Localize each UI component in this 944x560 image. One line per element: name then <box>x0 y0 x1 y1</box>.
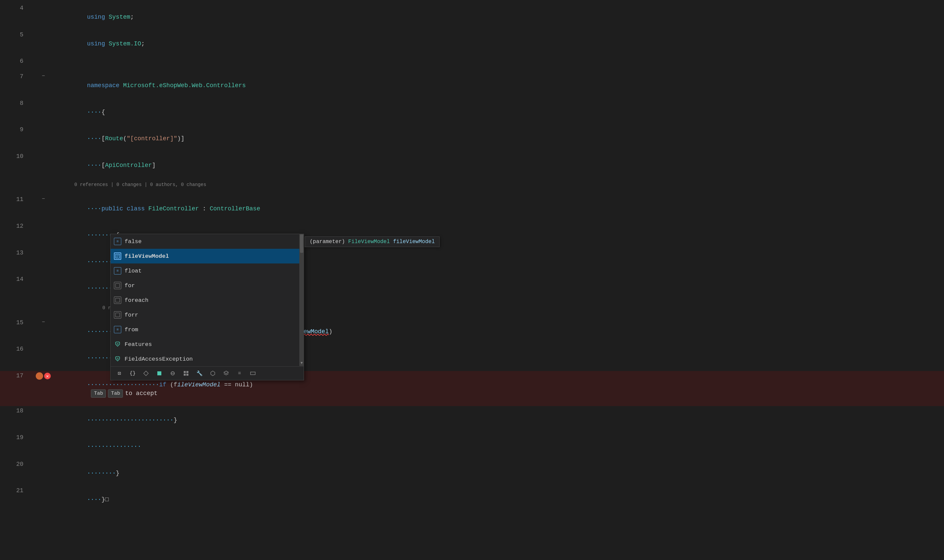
kw-namespace: namespace <box>87 82 119 89</box>
line-content-11: ····public class FileController : Contro… <box>57 195 944 222</box>
line-number-11: 11 <box>0 195 30 203</box>
item-label-for: for <box>125 283 135 289</box>
svg-rect-15 <box>186 374 188 376</box>
line-number-17: 17 <box>0 371 30 379</box>
line-number-6: 6 <box>0 57 30 65</box>
gutter-4 <box>30 3 57 5</box>
collapse-icon-7[interactable]: − <box>42 73 45 79</box>
toolbar-db-icon[interactable] <box>180 368 192 378</box>
indent-dots-9: ···· <box>87 135 101 142</box>
indent-dots-10: ···· <box>87 162 101 169</box>
class-controllerbase: ControllerBase <box>210 205 260 212</box>
toolbar-wrench-icon[interactable]: 🔧 <box>193 368 205 378</box>
svg-rect-13 <box>186 371 188 373</box>
using-system: System <box>109 14 130 20</box>
toolbar-cube-icon[interactable] <box>207 368 219 378</box>
line-number-4: 4 <box>0 3 30 11</box>
line-content-18: ························} <box>57 406 944 433</box>
line-number-15: 15 <box>0 318 30 326</box>
line-number-18: 18 <box>0 406 30 414</box>
autocomplete-item-features[interactable]: Features <box>111 337 303 352</box>
gutter-21 <box>30 486 57 487</box>
snippet-icon-for <box>114 282 121 289</box>
gutter-12 <box>30 222 57 223</box>
code-line-11: 11 − ····public class FileController : C… <box>0 195 944 222</box>
toolbar-braces-icon[interactable]: {} <box>126 368 139 378</box>
indent-dots-8: ···· <box>87 109 101 115</box>
autocomplete-item-float[interactable]: ≡ float <box>111 263 303 278</box>
item-label-features: Features <box>125 341 152 348</box>
typed-f: f <box>174 382 177 388</box>
item-label-float: float <box>125 268 142 274</box>
code-line-18: 18 ························} <box>0 406 944 433</box>
code-line-10: 10 ····[ApiController] <box>0 152 944 178</box>
attr-route: Route <box>105 135 123 142</box>
gutter-18 <box>30 406 57 408</box>
scrollbar-down-arrow[interactable]: ▼ <box>299 360 304 366</box>
toolbar-square-icon[interactable] <box>153 368 165 378</box>
toolbar-expand-icon[interactable]: ⊡ <box>113 368 125 378</box>
indent-dots-17: ···················· <box>87 382 159 388</box>
svg-rect-14 <box>184 374 186 376</box>
toolbar-diamond-icon[interactable] <box>140 368 152 378</box>
italic-param-17: ileViewModel <box>177 382 221 388</box>
item-label-fieldaccessexception: FieldAccessException <box>125 356 193 362</box>
code-line-6: 6 <box>0 57 944 72</box>
autocomplete-item-for[interactable]: for <box>111 278 303 293</box>
class-icon-fieldaccessexception <box>114 355 121 363</box>
toolbar-circle-icon[interactable] <box>167 368 179 378</box>
svg-rect-8 <box>115 313 120 317</box>
collapse-icon-15[interactable]: − <box>42 319 45 325</box>
toolbar-rect-icon[interactable] <box>247 368 259 378</box>
line-content-10: ····[ApiController] <box>57 152 944 178</box>
param-info-popup: (parameter) FileViewModel fileViewModel <box>305 237 440 247</box>
autocomplete-item-from[interactable]: ≡ from <box>111 322 303 337</box>
param-prefix: (parameter) <box>310 239 348 245</box>
error-svg: ✕ <box>44 372 51 380</box>
line-number-10: 10 <box>0 152 30 160</box>
svg-rect-7 <box>115 298 120 302</box>
autocomplete-item-foreach[interactable]: foreach <box>111 293 303 308</box>
kw-public: public <box>102 205 123 212</box>
item-label-forr: forr <box>125 312 138 318</box>
autocomplete-scrollbar[interactable]: ▼ <box>299 234 304 366</box>
indent-dots-20: ········ <box>87 470 115 477</box>
line-content-20: ········} <box>57 460 944 486</box>
code-line-20: 20 ········} <box>0 460 944 486</box>
autocomplete-item-false[interactable]: ≡ false <box>111 234 303 249</box>
collapse-icon-11[interactable]: − <box>42 196 45 202</box>
gutter-6 <box>30 57 57 58</box>
autocomplete-item-forr[interactable]: forr <box>111 308 303 322</box>
line-number-13: 13 <box>0 248 30 256</box>
gutter-8 <box>30 98 57 100</box>
code-line-7: 7 − namespace Microsoft.eShopWeb.Web.Con… <box>0 72 944 98</box>
line-content-8: ····{ <box>57 98 944 125</box>
gutter-10 <box>30 152 57 153</box>
code-line-8: 8 ····{ <box>0 98 944 125</box>
gutter-15: − <box>30 318 57 325</box>
line-content-21: ····}□ <box>57 486 944 512</box>
to-accept-label: to accept <box>125 389 157 398</box>
param-var: fileViewModel <box>393 239 435 245</box>
keyword-icon-from: ≡ <box>114 326 121 333</box>
route-value: "[controller]" <box>126 135 177 142</box>
breakpoint-dot <box>36 372 43 380</box>
autocomplete-item-fieldaccessexception[interactable]: FieldAccessException <box>111 352 303 366</box>
line-number-16: 16 <box>0 344 30 352</box>
code-line-5: 5 using System.IO; <box>0 30 944 57</box>
code-line-21: 21 ····}□ <box>0 486 944 512</box>
autocomplete-item-fileviewmodel[interactable]: fileViewModel <box>111 249 303 263</box>
variable-icon-fileviewmodel <box>114 252 121 260</box>
toolbar-layer-icon[interactable] <box>220 368 232 378</box>
param-type: FileViewModel <box>348 239 390 245</box>
class-filecontroller: FileController <box>148 205 199 212</box>
scrollbar-thumb <box>300 234 303 253</box>
line-content-9: ····[Route("[controller]")] <box>57 125 944 152</box>
indent-dots-18: ························ <box>87 417 173 423</box>
gutter-9 <box>30 125 57 126</box>
class-icon-features <box>114 341 121 348</box>
toolbar-list-icon[interactable]: ≡ <box>234 368 245 378</box>
indent-dots-21: ···· <box>87 496 101 503</box>
autocomplete-dropdown: ≡ false fileViewModel ≡ float <box>110 234 304 380</box>
hint-line-10: 0 references | 0 changes | 0 authors, 0 … <box>0 177 944 194</box>
